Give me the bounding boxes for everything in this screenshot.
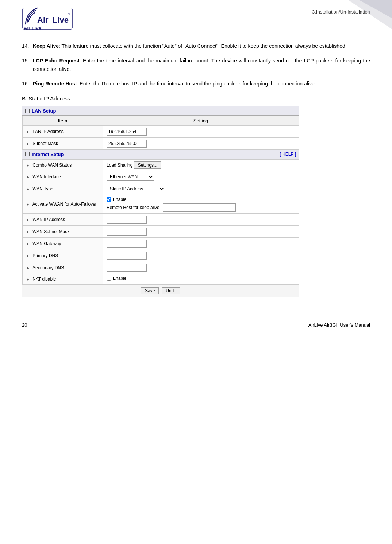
wwan-enable-checkbox[interactable] [107, 197, 111, 202]
secondary-dns-input[interactable] [107, 264, 147, 272]
wan-ip-input[interactable] [107, 216, 147, 224]
combo-wan-value: Load Sharing Settings... [103, 159, 299, 171]
wan-gateway-text: WAN Gateway [32, 241, 61, 246]
lan-ip-value [103, 125, 299, 137]
nat-disable-text: NAT disable [32, 277, 56, 282]
internet-setup-header: Internet Setup [ HELP ] [22, 150, 299, 159]
internet-setup-table: ► Combo WAN Status Load Sharing Settings… [22, 159, 299, 285]
undo-button[interactable]: Undo [162, 287, 180, 294]
wan-gateway-label: ► WAN Gateway [23, 237, 103, 250]
arrow-bullet: ► [26, 254, 30, 258]
wan-subnet-input[interactable] [107, 228, 147, 236]
section-b-title: B. Static IP Address: [22, 95, 370, 102]
col-item: Item [23, 116, 103, 125]
airlive-logo: Air Live ® Air Live ® [22, 7, 73, 31]
wwan-failover-label: ► Activate WWAN for Auto-Failover [23, 195, 103, 213]
load-sharing-text: Load Sharing [107, 163, 134, 168]
table-row: ► Activate WWAN for Auto-Failover Enable… [23, 195, 299, 213]
arrow-bullet: ► [26, 230, 30, 234]
combo-wan-label: ► Combo WAN Status [23, 159, 103, 171]
settings-button[interactable]: Settings... [134, 161, 161, 169]
nat-enable-label: Enable [113, 276, 126, 281]
wwan-enable-label: Enable [113, 197, 126, 202]
item-desc-14: This feature must collocate with the fun… [62, 43, 347, 49]
lan-ip-text: LAN IP Address [32, 129, 64, 134]
table-row: ► WAN Subnet Mask [23, 225, 299, 237]
arrow-bullet: ► [26, 175, 30, 179]
wan-ip-label: ► WAN IP Address [23, 213, 103, 225]
wan-type-text: WAN Type [32, 186, 53, 191]
wan-interface-label: ► WAN Interface [23, 171, 103, 183]
item-content-16: Ping Remote Host: Enter the Remote host … [33, 80, 370, 88]
list-item: 14. Keep Alive: This feature must colloc… [22, 42, 370, 50]
nat-disable-value: Enable [103, 274, 299, 284]
logo-area: Air Live ® Air Live ® [22, 7, 73, 31]
table-row: ► WAN Gateway [23, 237, 299, 250]
arrow-bullet: ► [26, 218, 30, 222]
table-row: ► WAN Type Static IP Address [23, 183, 299, 195]
primary-dns-label: ► Primary DNS [23, 250, 103, 262]
arrow-bullet: ► [26, 130, 30, 134]
item-content-14: Keep Alive: This feature must collocate … [33, 42, 370, 50]
internet-setup-icon [25, 152, 30, 156]
save-undo-row: Save Undo [22, 285, 299, 297]
arrow-bullet: ► [26, 142, 30, 146]
primary-dns-input[interactable] [107, 252, 147, 260]
lan-ip-input[interactable] [107, 128, 147, 136]
setup-table-wrapper: LAN Setup Item Setting ► LAN IP Address [22, 106, 299, 297]
item-term-14: Keep Alive [33, 43, 59, 49]
remote-host-input[interactable] [163, 203, 236, 212]
table-row: ► Combo WAN Status Load Sharing Settings… [23, 159, 299, 171]
table-row: ► WAN Interface Ethernet WAN [23, 171, 299, 183]
lan-setup-label: LAN Setup [32, 108, 56, 114]
wan-gateway-input[interactable] [107, 240, 147, 248]
item-number-14: 14. [22, 42, 33, 50]
table-row: ► Primary DNS [23, 250, 299, 262]
wan-type-select[interactable]: Static IP Address [107, 185, 165, 193]
arrow-bullet: ► [26, 187, 30, 191]
table-row: ► NAT disable Enable [23, 274, 299, 284]
nat-enable-checkbox[interactable] [107, 276, 111, 281]
lan-setup-header: LAN Setup [22, 106, 299, 116]
remote-host-row: Remote Host for keep alive: [107, 203, 295, 212]
table-row: ► Subnet Mask [23, 137, 299, 149]
content-area: 14. Keep Alive: This feature must colloc… [22, 42, 370, 297]
table-row: ► LAN IP Address [23, 125, 299, 137]
svg-text:Live: Live [53, 15, 69, 24]
wan-subnet-label: ► WAN Subnet Mask [23, 225, 103, 237]
wwan-failover-text: Activate WWAN for Auto-Failover [32, 202, 97, 207]
svg-text:®: ® [68, 12, 70, 16]
svg-text:Air Live: Air Live [24, 26, 41, 31]
help-link[interactable]: [ HELP ] [280, 152, 296, 157]
secondary-dns-value [103, 262, 299, 274]
arrow-bullet: ► [26, 242, 30, 246]
wan-interface-text: WAN Interface [32, 174, 61, 179]
item-desc-15: Enter the time interval and the maximum … [33, 58, 370, 72]
item-content-15: LCP Echo Request: Enter the time interva… [33, 57, 370, 73]
subnet-mask-input[interactable] [107, 140, 147, 148]
footer-brand: AirLive Air3GII User's Manual [308, 322, 370, 328]
table-row: ► WAN IP Address [23, 213, 299, 225]
remote-host-label: Remote Host for keep alive: [107, 205, 161, 210]
page-number: 20 [22, 322, 27, 328]
arrow-bullet: ► [26, 163, 30, 167]
nat-checkbox-row: Enable [107, 276, 295, 281]
arrow-bullet: ► [26, 277, 30, 281]
wan-subnet-value [103, 225, 299, 237]
lan-ip-label: ► LAN IP Address [23, 125, 103, 137]
item-number-15: 15. [22, 57, 33, 73]
svg-text:Air: Air [37, 15, 49, 24]
save-button[interactable]: Save [141, 287, 159, 294]
primary-dns-text: Primary DNS [32, 253, 58, 258]
wan-type-label: ► WAN Type [23, 183, 103, 195]
secondary-dns-text: Secondary DNS [32, 265, 64, 270]
item-term-16: Ping Remote Host [33, 81, 77, 87]
arrow-bullet: ► [26, 266, 30, 270]
item-sep-15: : [80, 58, 83, 64]
wan-interface-select[interactable]: Ethernet WAN [107, 173, 154, 181]
internet-setup-label: Internet Setup [32, 152, 64, 157]
primary-dns-value [103, 250, 299, 262]
page-footer: 20 AirLive Air3GII User's Manual [22, 319, 370, 328]
enable-checkbox-row: Enable [107, 197, 295, 202]
item-term-15: LCP Echo Request [33, 58, 80, 64]
